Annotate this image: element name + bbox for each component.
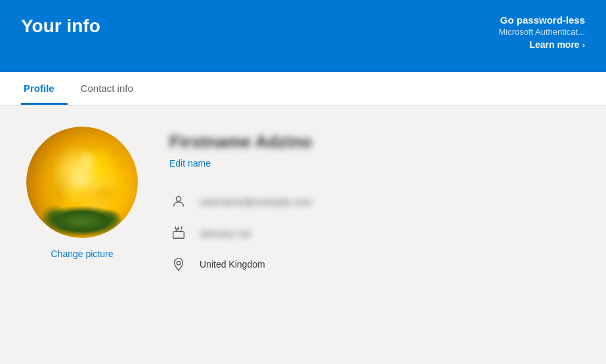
svg-point-0: [176, 197, 181, 201]
go-passwordless-label: Go password-less: [498, 14, 585, 26]
profile-name: Firstname Adzino: [169, 132, 580, 152]
profile-content: Change picture Firstname Adzino Edit nam…: [0, 106, 606, 294]
username-value: username@example.com: [200, 196, 312, 207]
info-rows: username@example.com Janua: [169, 192, 580, 273]
microsoft-auth-label: Microsoft Authenticat...: [498, 27, 585, 37]
chevron-right-icon: ›: [582, 40, 585, 50]
avatar-section: Change picture: [26, 127, 138, 259]
tab-bar: Profile Contact info: [0, 72, 606, 106]
header: Your info Go password-less Microsoft Aut…: [0, 0, 606, 72]
birthday-row: January 1st: [169, 224, 580, 242]
tab-contact-info[interactable]: Contact info: [78, 72, 146, 105]
tab-profile[interactable]: Profile: [21, 72, 68, 105]
learn-more-text: Learn more: [529, 39, 579, 50]
person-icon: [169, 192, 188, 211]
location-icon: [169, 255, 188, 273]
svg-rect-1: [173, 232, 184, 238]
birthday-value: January 1st: [200, 228, 251, 239]
avatar-image: [26, 127, 138, 238]
profile-info-panel: Firstname Adzino Edit name username@exam…: [169, 127, 580, 273]
username-row: username@example.com: [169, 192, 580, 211]
birthday-icon: [169, 224, 188, 242]
header-promo: Go password-less Microsoft Authenticat..…: [498, 14, 585, 51]
edit-name-link[interactable]: Edit name: [169, 158, 211, 169]
change-picture-link[interactable]: Change picture: [51, 249, 114, 259]
page-title: Your info: [21, 16, 100, 37]
avatar: [26, 127, 138, 238]
location-value: United Kingdom: [200, 259, 265, 270]
location-row: United Kingdom: [169, 255, 580, 273]
svg-point-5: [177, 261, 181, 265]
learn-more-link[interactable]: Learn more ›: [529, 39, 585, 50]
